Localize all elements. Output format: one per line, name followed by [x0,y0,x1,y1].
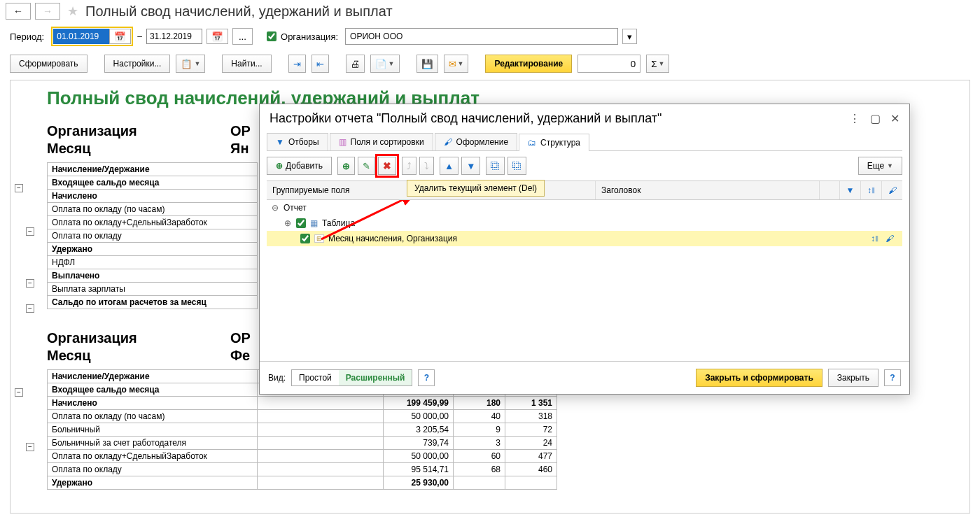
mode-extended[interactable]: Расширенный [339,370,412,385]
dialog-more-icon[interactable]: ⋮ [849,112,860,125]
key-icon: ⊞ [314,234,324,243]
date-from-wrap: 📅 [51,27,133,46]
move-up-icon[interactable]: ▲ [440,157,458,175]
collapse-icon[interactable]: ⇤ [312,55,329,73]
org-label: Организация: [281,31,338,42]
email-icon[interactable]: ✉▼ [444,55,469,73]
tree-toggle[interactable]: − [26,443,34,451]
expand-icon[interactable]: ⇥ [288,55,306,73]
table-icon: ▦ [310,218,318,228]
period-sep: – [137,31,142,41]
delete-icon: ✖ [383,160,391,171]
row-format-icon[interactable]: 🖌 [886,234,894,243]
generate-button[interactable]: Сформировать [10,55,88,73]
save-icon[interactable]: 💾 [416,55,438,73]
mode-simple[interactable]: Простой [292,370,339,385]
tab-fields[interactable]: ▥Поля и сортировки [330,133,433,150]
tree-toggle[interactable]: − [26,227,34,236]
titlebar: ← → ★ Полный свод начислений, удержаний … [0,0,980,22]
page-title: Полный свод начислений, удержаний и выпл… [85,3,393,20]
date-to-input[interactable] [146,29,202,44]
settings-variants-icon[interactable]: 📋▼ [176,55,205,73]
back-button[interactable]: ← [6,3,31,20]
favorite-star-icon[interactable]: ★ [67,3,78,19]
move-down-icon[interactable]: ▼ [461,157,480,175]
tree-child-table[interactable]: ⊕ ▦ Таблица [267,215,902,231]
dialog-maximize-icon[interactable]: ▢ [870,112,881,125]
delete-tooltip: Удалить текущий элемент (Del) [407,180,545,197]
copy-icon[interactable]: ⿻ [486,157,505,175]
apply-close-button[interactable]: Закрыть и сформировать [696,369,822,387]
dialog-toolbar: ⊕Добавить ⊕ ✎ ✖ ⤴ ⤵ ▲ ▼ ⿻ ⿻ Еще ▼ [260,151,909,180]
funnel-icon: ▼ [276,137,284,147]
plus-icon: ⊕ [276,161,283,171]
org-input[interactable] [345,28,618,45]
ungroup-icon[interactable]: ⤵ [419,157,434,175]
view-mode-toggle: Простой Расширенный [291,369,412,386]
delete-highlight: ✖ [378,157,396,175]
more-button[interactable]: Еще ▼ [858,157,902,175]
close-button[interactable]: Закрыть [828,369,878,387]
tab-appearance[interactable]: 🖌Оформление [435,133,517,150]
period-picker-button[interactable]: ... [232,28,253,45]
fields-icon: ▥ [339,137,346,147]
brush-icon: 🖌 [444,137,452,147]
counter-input[interactable] [578,55,640,73]
calendar-from-icon[interactable]: 📅 [109,29,131,44]
sort-col-icon[interactable]: ↕⦀ [860,181,881,199]
row-sort-icon[interactable]: ↕⦀ [871,234,878,243]
settings-dialog: Настройки отчета "Полный свод начислений… [259,104,910,395]
tree-root[interactable]: ⊖ Отчет [267,200,902,215]
structure-tree[interactable]: ⊖ Отчет ⊕ ▦ Таблица ⊞ Месяц начисления, … [267,200,902,361]
tree-child-selected[interactable]: ⊞ Месяц начисления, Организация ↕⦀ 🖌 [267,231,902,246]
section1-table: Начисление/Удержание Входящее сальдо мес… [47,162,258,309]
org-checkbox[interactable] [267,31,276,41]
tree-toggle[interactable]: − [15,184,23,192]
help-button[interactable]: ? [418,369,435,386]
tree-toggle[interactable]: − [26,304,34,313]
collapse-icon[interactable]: ⊖ [271,203,279,213]
grid-header: Группируемые поля Заголовок ▼ ↕⦀ 🖌 Удали… [267,180,902,200]
print-list-icon[interactable]: 📄▼ [370,55,400,73]
row-checkbox[interactable] [296,218,306,228]
add-group-icon[interactable]: ⊕ [337,157,355,175]
dialog-tabs: ▼Отборы ▥Поля и сортировки 🖌Оформление 🗂… [267,133,902,151]
period-label: Период: [10,31,44,42]
view-label: Вид: [268,373,286,383]
print-icon[interactable]: 🖨 [346,55,365,73]
org-dropdown-icon[interactable]: ▾ [622,29,637,44]
row-checkbox[interactable] [300,234,310,243]
delete-button[interactable]: ✖ [378,157,396,175]
group-icon[interactable]: ⤴ [402,157,416,175]
sum-icon[interactable]: Σ▼ [646,55,669,73]
find-button[interactable]: Найти... [222,55,271,73]
period-bar: Период: 📅 – 📅 ... Организация: ▾ [0,22,980,50]
tree-icon: 🗂 [528,138,536,148]
tab-filters[interactable]: ▼Отборы [267,133,328,150]
help-button-2[interactable]: ? [884,369,901,386]
dialog-title: Настройки отчета "Полный свод начислений… [270,111,662,126]
main-toolbar: Сформировать Настройки... 📋▼ Найти... ⇥ … [0,50,980,77]
date-from-input[interactable] [53,29,109,44]
paste-icon[interactable]: ⿻ [507,157,526,175]
tree-toggle[interactable]: − [26,279,34,288]
tab-structure[interactable]: 🗂Структура [519,134,589,151]
filter-col-icon[interactable]: ▼ [839,181,860,199]
tree-toggle[interactable]: − [15,388,23,397]
expand-icon[interactable]: ⊕ [284,218,292,228]
edit-icon[interactable]: ✎ [358,157,375,175]
forward-button[interactable]: → [35,3,60,20]
format-col-icon[interactable]: 🖌 [881,181,902,199]
dialog-close-icon[interactable]: ✕ [890,112,899,125]
settings-button[interactable]: Настройки... [104,55,171,73]
calendar-to-icon[interactable]: 📅 [206,29,228,44]
col-title: Заголовок [596,181,820,199]
add-button[interactable]: ⊕Добавить [267,157,332,175]
dialog-footer: Вид: Простой Расширенный ? Закрыть и сфо… [260,361,909,394]
edit-mode-button[interactable]: Редактирование [485,55,572,73]
